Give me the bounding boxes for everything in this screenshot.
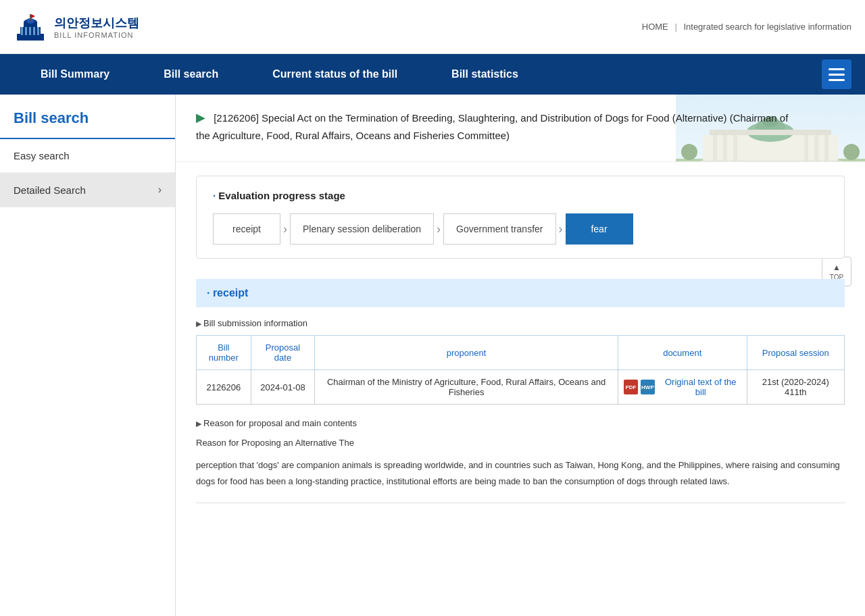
section-divider [196, 503, 845, 503]
progress-step-plenary[interactable]: Plenary session deliberation [290, 213, 434, 245]
td-proponent: Chairman of the Ministry of Agriculture,… [315, 370, 618, 405]
svg-point-28 [843, 144, 860, 160]
td-document[interactable]: PDF HWP Original text of the bill [618, 370, 747, 405]
logo-area: 의안정보시스템 BILL INFORMATION [14, 10, 139, 44]
menu-line-1 [829, 68, 845, 70]
nav-separator: | [674, 22, 676, 32]
logo-building-icon [14, 10, 47, 44]
nav-item-current-status[interactable]: Current status of the bill [245, 54, 424, 95]
hamburger-menu-button[interactable] [822, 59, 851, 89]
menu-line-3 [829, 79, 845, 81]
table-row: 2126206 2024-01-08 Chairman of the Minis… [197, 370, 845, 405]
main-content: ▶ [2126206] Special Act on the Terminati… [176, 95, 865, 616]
svg-rect-19 [814, 132, 818, 161]
sidebar-item-easy-search[interactable]: Easy search [0, 139, 175, 173]
progress-step-government[interactable]: Government transfer [443, 213, 555, 245]
bill-submission-subsection: Bill submission information Bill number … [196, 318, 845, 405]
menu-line-2 [829, 74, 845, 76]
progress-step-receipt[interactable]: receipt [213, 213, 280, 245]
td-proposal-date: 2024-01-08 [251, 370, 315, 405]
svg-rect-6 [33, 27, 35, 35]
nav-item-bill-search[interactable]: Bill search [137, 54, 245, 95]
table-header-row: Bill number Proposal date proponent docu… [197, 336, 845, 370]
document-link[interactable]: Original text of the bill [660, 377, 741, 397]
logo-english: BILL INFORMATION [54, 31, 139, 39]
sidebar: Bill search Easy search Detailed Search … [0, 95, 176, 616]
sidebar-item-detailed-search-label: Detailed Search [14, 184, 86, 196]
hwp-icon: HWP [641, 380, 655, 394]
th-bill-number: Bill number [197, 336, 251, 370]
integrated-search-link[interactable]: Integrated search for legislative inform… [683, 22, 851, 32]
svg-rect-10 [30, 14, 31, 21]
nav-item-bill-summary[interactable]: Bill Summary [14, 54, 137, 95]
nav-item-bill-statistics[interactable]: Bill statistics [424, 54, 545, 95]
progress-section: Evaluation progress stage receipt › Plen… [196, 176, 845, 259]
progress-arrow-2: › [434, 222, 443, 236]
td-proposal-session: 21st (2020-2024) 411th [747, 370, 844, 405]
svg-rect-5 [29, 27, 31, 35]
sidebar-item-detailed-search[interactable]: Detailed Search › [0, 173, 175, 207]
svg-rect-25 [699, 161, 841, 161]
bill-arrow-icon: ▶ [196, 111, 205, 124]
main-navigation: Bill Summary Bill search Current status … [0, 54, 865, 95]
th-proposal-session: Proposal session [747, 336, 844, 370]
bill-submission-title[interactable]: Bill submission information [196, 318, 845, 328]
logo-text: 의안정보시스템 BILL INFORMATION [54, 15, 139, 39]
sidebar-item-easy-search-label: Easy search [14, 150, 70, 161]
svg-rect-7 [37, 27, 39, 35]
reason-body-text: perception that 'dogs' are companion ani… [196, 457, 845, 489]
th-document: document [618, 336, 747, 370]
svg-rect-4 [25, 27, 27, 35]
td-bill-number: 2126206 [197, 370, 251, 405]
progress-arrow-3: › [556, 222, 566, 236]
top-navigation: HOME | Integrated search for legislative… [642, 22, 851, 32]
svg-rect-20 [824, 132, 829, 161]
bill-banner: ▶ [2126206] Special Act on the Terminati… [176, 95, 865, 162]
th-proponent: proponent [315, 336, 618, 370]
progress-section-title: Evaluation progress stage [213, 190, 828, 201]
chevron-right-icon: › [158, 184, 162, 196]
svg-point-27 [681, 144, 697, 160]
bill-title: ▶ [2126206] Special Act on the Terminati… [196, 108, 791, 144]
reason-section: Reason for proposal and main contents Re… [196, 418, 845, 489]
th-proposal-date: Proposal date [251, 336, 315, 370]
nav-items-container: Bill Summary Bill search Current status … [14, 54, 822, 95]
receipt-section: receipt Bill submission information Bill… [196, 279, 845, 405]
top-header: 의안정보시스템 BILL INFORMATION HOME | Integrat… [0, 0, 865, 54]
bill-info-table: Bill number Proposal date proponent docu… [196, 335, 845, 405]
logo-korean: 의안정보시스템 [54, 15, 139, 31]
svg-rect-3 [21, 27, 23, 35]
svg-marker-11 [31, 14, 35, 18]
reason-heading: Reason for Proposing an Alternative The [196, 435, 845, 451]
svg-rect-18 [804, 132, 808, 161]
reason-subsection-title[interactable]: Reason for proposal and main contents [196, 418, 845, 428]
progress-arrow-1: › [280, 222, 290, 236]
sidebar-title: Bill search [0, 95, 175, 139]
home-link[interactable]: HOME [642, 22, 668, 32]
document-icons: PDF HWP Original text of the bill [624, 377, 741, 397]
progress-steps: receipt › Plenary session deliberation ›… [213, 213, 828, 245]
page-layout: Bill search Easy search Detailed Search … [0, 95, 865, 616]
progress-step-fear[interactable]: fear [566, 213, 633, 245]
pdf-icon: PDF [624, 380, 638, 394]
receipt-section-header: receipt [196, 279, 845, 307]
bill-title-text: [2126206] Special Act on the Termination… [196, 112, 788, 141]
